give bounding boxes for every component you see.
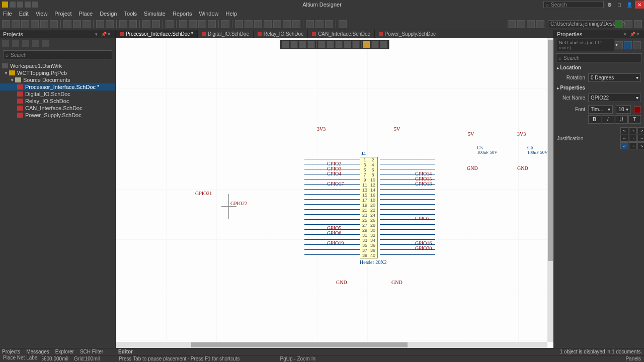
wire[interactable] xyxy=(380,234,435,235)
tree-doc[interactable]: Processor_Interface.SchDoc * xyxy=(0,83,115,90)
wire[interactable] xyxy=(380,184,435,185)
rotation-field[interactable]: 0 Degrees ▾ xyxy=(588,73,641,82)
wire[interactable] xyxy=(304,179,360,179)
wire[interactable] xyxy=(304,174,360,174)
net-placed[interactable]: GPIO21 xyxy=(195,191,212,196)
tb-new[interactable] xyxy=(2,20,10,28)
just-bc[interactable]: ↓ xyxy=(629,142,637,149)
wire[interactable] xyxy=(304,234,360,235)
menu-edit[interactable]: Edit xyxy=(19,11,29,17)
wire[interactable] xyxy=(304,199,360,200)
close-icon[interactable]: ✕ xyxy=(635,1,644,9)
tb-btn[interactable] xyxy=(517,20,525,28)
menu-simulate[interactable]: Simulate xyxy=(144,11,166,17)
tb-copy[interactable] xyxy=(73,20,81,28)
tb-cut[interactable] xyxy=(63,20,71,28)
tab-projects[interactable]: Projects xyxy=(2,349,20,354)
tab-schfilter[interactable]: SCH Filter xyxy=(80,349,103,354)
wire[interactable] xyxy=(304,159,360,159)
menu-design[interactable]: Design xyxy=(100,11,117,17)
tb-btn[interactable] xyxy=(96,20,104,28)
menu-help[interactable]: Help xyxy=(226,11,237,17)
maximize-icon[interactable]: □ xyxy=(615,1,624,9)
panels-button[interactable]: Panels xyxy=(625,356,641,361)
schematic-canvas[interactable]: 3V3 5V 5V 3V3 J4 12345678910111213141516… xyxy=(116,38,553,348)
wire[interactable] xyxy=(380,194,435,195)
font-family-field[interactable]: Tim... ▾ xyxy=(588,105,613,114)
font-size-field[interactable]: 10 ▾ xyxy=(616,105,631,114)
net-label[interactable]: GPIO7 xyxy=(415,216,429,221)
tb-btn[interactable] xyxy=(221,20,229,28)
tb-btn[interactable] xyxy=(12,40,19,47)
tb-btn[interactable] xyxy=(152,20,160,28)
wire[interactable] xyxy=(380,199,435,200)
tb-btn[interactable] xyxy=(339,20,347,28)
wire[interactable] xyxy=(380,229,435,230)
just-mr[interactable]: → xyxy=(637,135,644,142)
menu-reports[interactable]: Reports xyxy=(173,11,192,17)
wire[interactable] xyxy=(304,204,360,205)
section-location[interactable]: Location xyxy=(554,63,644,72)
tb-btn[interactable] xyxy=(536,20,544,28)
wire[interactable] xyxy=(380,174,435,174)
wire[interactable] xyxy=(380,189,435,190)
wire[interactable] xyxy=(304,209,360,210)
just-tl[interactable]: ↖ xyxy=(620,127,628,134)
wire[interactable] xyxy=(304,229,360,230)
wire[interactable] xyxy=(380,179,435,179)
doc-tab[interactable]: Relay_IO.SchDoc xyxy=(254,30,308,38)
tb-btn[interactable] xyxy=(2,40,9,47)
vertical-scrollbar[interactable] xyxy=(547,38,553,342)
tb-btn[interactable] xyxy=(22,40,29,47)
wire[interactable] xyxy=(304,254,360,255)
net-5v[interactable]: 5V xyxy=(394,126,400,132)
qat-icon[interactable] xyxy=(10,2,16,8)
tree-doc[interactable]: CAN_Interface.SchDoc xyxy=(0,105,115,112)
pin-icon[interactable]: 📌 xyxy=(101,32,106,37)
tb-btn[interactable] xyxy=(264,20,272,28)
scroll-thumb[interactable] xyxy=(191,342,408,347)
tb-btn[interactable] xyxy=(208,20,216,28)
tb-btn[interactable] xyxy=(292,20,300,28)
properties-search[interactable]: ⌕ Search xyxy=(556,53,642,62)
close-icon[interactable]: ✕ xyxy=(636,32,641,37)
wire[interactable] xyxy=(380,239,435,240)
tb-btn[interactable] xyxy=(189,20,197,28)
just-tr[interactable]: ↗ xyxy=(637,127,644,134)
wire[interactable] xyxy=(304,184,360,185)
settings-icon[interactable]: ⚙ xyxy=(605,1,614,9)
doc-tab[interactable]: CAN_Interface.SchDoc xyxy=(308,30,374,38)
dropdown-icon[interactable]: ▾ xyxy=(624,32,629,37)
filter-btn[interactable]: ▾ xyxy=(615,41,623,49)
tb-nav-fwd[interactable] xyxy=(624,20,632,28)
wire[interactable] xyxy=(304,244,360,245)
wire[interactable] xyxy=(304,169,360,169)
tb-print[interactable] xyxy=(31,20,39,28)
just-tc[interactable]: ↑ xyxy=(629,127,637,134)
just-br[interactable]: ↘ xyxy=(637,142,644,149)
global-search[interactable]: ⌕ Search xyxy=(543,1,604,8)
wire[interactable] xyxy=(380,169,435,169)
netname-field[interactable]: GPIO22 ▾ xyxy=(588,94,641,102)
menu-window[interactable]: Window xyxy=(199,11,218,17)
tb-undo[interactable] xyxy=(119,20,127,28)
select-mode-icon[interactable] xyxy=(624,41,632,49)
dropdown-icon[interactable]: ▾ xyxy=(95,32,100,37)
qat-icon[interactable] xyxy=(17,2,23,8)
menu-view[interactable]: View xyxy=(36,11,48,17)
tb-zoom[interactable] xyxy=(40,20,48,28)
section-properties[interactable]: Properties xyxy=(554,83,644,92)
wire[interactable] xyxy=(380,219,435,220)
wire[interactable] xyxy=(380,159,435,159)
wire[interactable] xyxy=(380,209,435,210)
net-gnd[interactable]: GND xyxy=(391,280,403,285)
tb-btn[interactable] xyxy=(508,20,516,28)
net-3v3[interactable]: 3V3 xyxy=(317,126,326,132)
net-gnd[interactable]: GND xyxy=(467,165,478,171)
tree-folder[interactable]: ▾ Source Documents xyxy=(0,76,115,83)
menu-place[interactable]: Place xyxy=(79,11,93,17)
wire[interactable] xyxy=(380,164,435,164)
tb-btn[interactable] xyxy=(273,20,281,28)
user-icon[interactable]: 👤 xyxy=(625,1,634,9)
projects-search[interactable]: ⌕ Search xyxy=(3,50,112,59)
